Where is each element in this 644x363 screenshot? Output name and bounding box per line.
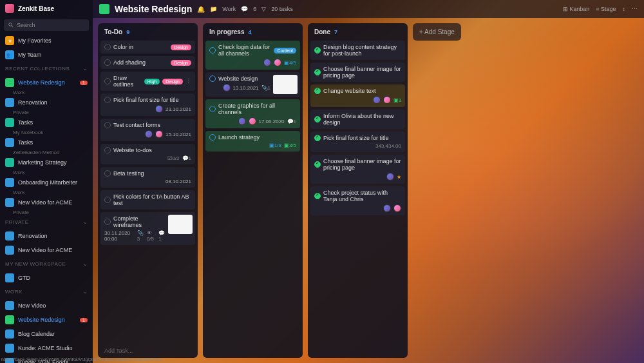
sidebar-item[interactable]: GTD <box>0 271 93 285</box>
status-circle[interactable] <box>314 193 321 199</box>
sidebar-item[interactable]: Marketing Strategy <box>0 155 93 170</box>
card-meta: 17.06.2020💬1 <box>209 117 296 125</box>
status-circle[interactable] <box>104 59 111 66</box>
sidebar: Zenkit Base Search ★ My Favorites 👥 My T… <box>0 0 93 363</box>
view-kanban[interactable]: ⊞ Kanban <box>563 6 590 12</box>
sidebar-item[interactable]: New Video for ACME <box>0 243 93 257</box>
column-body: Color in Design Add shading Design Draw … <box>98 41 198 344</box>
status-circle[interactable] <box>209 134 216 141</box>
section-work[interactable]: WORK ⌄ <box>0 285 93 299</box>
thumbnail <box>273 75 298 94</box>
status-circle[interactable] <box>104 78 111 84</box>
kanban-column: In progress 4 Check login data for all c… <box>203 23 303 358</box>
more-icon[interactable]: ⋮ <box>185 78 191 84</box>
sidebar-item[interactable]: Website Redesign 1 <box>0 75 93 90</box>
search-input[interactable]: Search <box>4 19 89 31</box>
view-stage[interactable]: ≡ Stage <box>596 6 616 12</box>
avatar <box>145 130 153 138</box>
column-header: Done 7 <box>308 23 408 41</box>
card-title: Check login data for all channels <box>218 44 271 57</box>
status-circle[interactable] <box>314 116 321 123</box>
kanban-card[interactable]: Choose final banner image for pricing pa… <box>310 63 405 82</box>
card-meta <box>314 204 401 212</box>
kanban-card[interactable]: Launch strategy ▣1/8▣3/5 <box>205 131 300 152</box>
card-meta: 15.10.2021 <box>104 130 191 138</box>
kanban-card[interactable]: Pick final font size for title 343,434.0… <box>310 132 405 152</box>
more-icon[interactable]: ⋯ <box>632 6 638 12</box>
collection-icon <box>5 246 14 255</box>
card-title: Change website text <box>323 88 401 94</box>
date: 13.10.2021 <box>233 85 259 91</box>
kanban-card[interactable]: Add shading Design <box>100 56 195 69</box>
status-circle[interactable] <box>104 122 111 128</box>
status-circle[interactable] <box>209 75 216 82</box>
collection-icon <box>5 231 14 240</box>
sidebar-item[interactable]: Website Redesign 1 <box>0 313 93 327</box>
search-icon <box>8 22 14 28</box>
kanban-card[interactable]: Complete wireframes 30.11.2020 00:00📎3👁0… <box>100 212 195 245</box>
kanban-card[interactable]: Website to-dos ☑0/2💬1 <box>100 144 195 164</box>
status-circle[interactable] <box>104 219 111 225</box>
sidebar-item[interactable]: Onboarding Mitarbeiter <box>0 175 93 190</box>
sidebar-item[interactable]: Renovation <box>0 95 93 110</box>
sidebar-item[interactable]: New Video <box>0 299 93 313</box>
card-meta: ▣4/5 <box>209 59 296 66</box>
sidebar-item[interactable]: Tasks <box>0 135 93 150</box>
sidebar-item[interactable]: Blog Calendar <box>0 327 93 341</box>
sidebar-item[interactable]: New Video for ACME <box>0 195 93 210</box>
kanban-card[interactable]: Create graphics for all channels 17.06.2… <box>205 99 300 128</box>
add-task-button[interactable]: Add Task... <box>98 344 198 358</box>
kanban-card[interactable]: Draw outlines High Design ⋮ <box>100 72 195 91</box>
status-circle[interactable] <box>314 69 321 75</box>
item-subtitle: Work <box>13 90 93 95</box>
avatar <box>393 204 401 212</box>
collection-icon <box>5 78 14 87</box>
add-stage-button[interactable]: + Add Stage <box>413 23 461 41</box>
status-circle[interactable] <box>104 44 111 50</box>
section-private[interactable]: PRIVATE ⌄ <box>0 215 93 229</box>
card-meta: 13.10.2021📎1 <box>209 84 270 92</box>
kanban-card[interactable]: Website design 13.10.2021📎1 <box>205 72 300 97</box>
kanban-card[interactable]: Pick final font size for title 23.10.202… <box>100 93 195 116</box>
comment-icon: 💬1 <box>287 119 296 124</box>
sidebar-item[interactable]: Renovation <box>0 229 93 243</box>
kanban-card[interactable]: Change website text ▣3 <box>310 84 405 107</box>
kanban-card[interactable]: Beta testing 08.10.2021 <box>100 167 195 188</box>
kanban-card[interactable]: Check login data for all channels Conten… <box>205 41 300 70</box>
column-body: Design blog content strategy for post-la… <box>308 41 408 358</box>
chevron-down-icon: ⌄ <box>83 219 88 225</box>
avatar <box>386 173 394 181</box>
section-workspace[interactable]: MY NEW WORKSPACE ⌄ <box>0 257 93 271</box>
bell-icon[interactable]: 🔔 <box>197 6 205 13</box>
status-circle[interactable] <box>209 106 216 112</box>
sidebar-item[interactable]: Tasks <box>0 115 93 130</box>
status-circle[interactable] <box>209 47 216 54</box>
status-circle[interactable] <box>314 88 321 94</box>
status-circle[interactable] <box>104 170 111 177</box>
kanban-card[interactable]: Check project status with Tanja und Chri… <box>310 186 405 215</box>
kanban-card[interactable]: Choose final banner image for pricing pa… <box>310 155 405 184</box>
kanban-card[interactable]: Design blog content strategy for post-la… <box>310 41 405 60</box>
item-subtitle: Work <box>13 190 93 195</box>
kanban-card[interactable]: Test contact forms 15.10.2021 <box>100 119 195 141</box>
status-circle[interactable] <box>104 97 111 103</box>
status-circle[interactable] <box>104 197 111 203</box>
search-placeholder: Search <box>17 22 35 28</box>
thumbnail <box>168 215 193 234</box>
section-recent[interactable]: RECENT COLLECTIONS ⌄ <box>0 62 93 75</box>
sidebar-item[interactable]: Kunde: ACME Studio <box>0 341 93 355</box>
sidebar-team[interactable]: 👥 My Team <box>0 48 93 62</box>
kanban-card[interactable]: Color in Design <box>100 41 195 54</box>
kanban-card[interactable]: Inform Olivia about the new design <box>310 110 405 129</box>
avatar <box>263 59 271 66</box>
sort-icon[interactable]: ↕ <box>623 6 626 12</box>
kanban-card[interactable]: Pick colors for CTA button AB test <box>100 190 195 210</box>
status-circle[interactable] <box>314 161 321 168</box>
status-circle[interactable] <box>314 135 321 141</box>
status-circle[interactable] <box>314 47 321 54</box>
comment-icon: 💬1 <box>158 230 166 242</box>
chevron-down-icon: ⌄ <box>83 289 88 295</box>
status-circle[interactable] <box>104 147 111 153</box>
sidebar-favorites[interactable]: ★ My Favorites <box>0 34 93 48</box>
card-meta: ▣1/8▣3/5 <box>209 142 296 148</box>
